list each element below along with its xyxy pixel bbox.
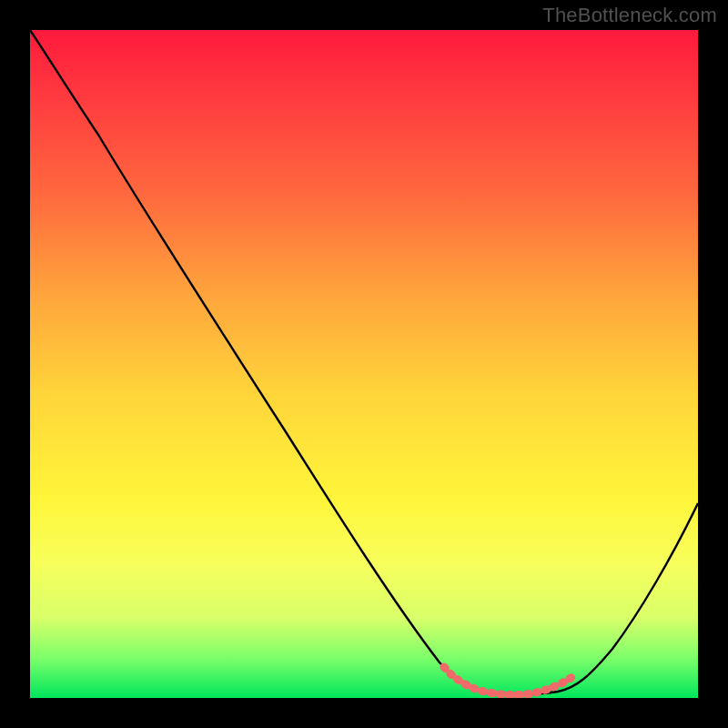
bottleneck-curve-path: [30, 30, 698, 694]
chart-container: TheBottleneck.com: [0, 0, 728, 728]
plot-area: [30, 30, 698, 698]
watermark-text: TheBottleneck.com: [542, 4, 717, 27]
curve-svg: [30, 30, 698, 698]
optimal-highlight-path: [444, 667, 576, 695]
